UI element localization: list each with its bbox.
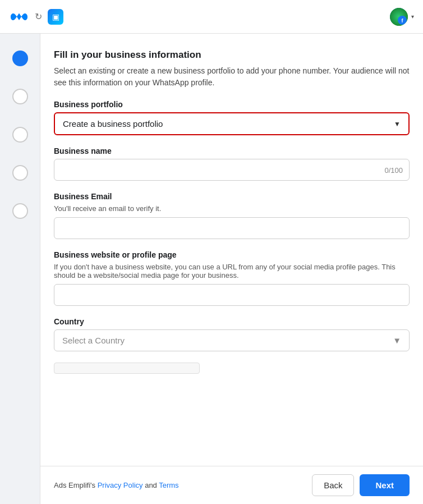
email-sublabel: You'll receive an email to verify it. (54, 204, 410, 213)
step-2[interactable] (12, 89, 28, 104)
email-input[interactable] (54, 217, 410, 239)
account-chevron-icon: ▾ (411, 13, 414, 20)
footer-actions: Back Next (312, 474, 410, 496)
refresh-icon[interactable]: ↻ (35, 11, 42, 22)
business-name-input[interactable] (54, 159, 410, 181)
avatar: f (390, 8, 408, 26)
content-panel: Fill in your business information Select… (40, 34, 423, 504)
form-scroll-area: Fill in your business information Select… (40, 34, 423, 466)
app-switcher-icon[interactable]: ▣ (48, 9, 63, 25)
section-header: Fill in your business information Select… (54, 49, 410, 89)
email-field-group: Business Email You'll receive an email t… (54, 192, 410, 239)
website-field-group: Business website or profile page If you … (54, 250, 410, 306)
step-5[interactable] (12, 203, 28, 219)
portfolio-dropdown[interactable]: Create a business portfolio ▼ (54, 112, 410, 135)
portfolio-dropdown-value: Create a business portfolio (63, 119, 163, 129)
website-label: Business website or profile page (54, 250, 410, 259)
partial-row (54, 363, 200, 374)
page-description: Select an existing or create a new busin… (54, 65, 410, 89)
back-button[interactable]: Back (312, 474, 354, 496)
page-title: Fill in your business information (54, 49, 410, 61)
country-field-group: Country Select a Country ▼ (54, 317, 410, 351)
business-name-field-group: Business name 0/100 (54, 146, 410, 181)
meta-logo (9, 11, 29, 23)
email-label: Business Email (54, 192, 410, 201)
portfolio-label: Business portfolio (54, 100, 410, 109)
country-dropdown[interactable]: Select a Country ▼ (54, 329, 410, 351)
website-input[interactable] (54, 284, 410, 306)
topbar-left: ↻ ▣ (9, 9, 63, 25)
terms-link[interactable]: Terms (159, 481, 178, 489)
step-4[interactable] (12, 165, 28, 181)
step-3[interactable] (12, 127, 28, 143)
account-menu[interactable]: f ▾ (390, 8, 414, 26)
portfolio-dropdown-arrow-icon: ▼ (394, 120, 401, 128)
main-layout: Fill in your business information Select… (0, 34, 423, 504)
business-name-input-wrapper: 0/100 (54, 159, 410, 181)
steps-sidebar (0, 34, 40, 504)
next-button[interactable]: Next (360, 474, 410, 496)
step-1[interactable] (12, 51, 28, 66)
portfolio-field-group: Business portfolio Create a business por… (54, 100, 410, 135)
footer-bar: Ads Emplifi's Privacy Policy and Terms B… (40, 466, 423, 504)
country-dropdown-arrow-icon: ▼ (393, 336, 401, 345)
footer-prefix: Ads Emplifi's (54, 481, 98, 489)
business-name-label: Business name (54, 146, 410, 155)
footer-middle: and (143, 481, 159, 489)
footer-text: Ads Emplifi's Privacy Policy and Terms (54, 481, 179, 489)
privacy-policy-link[interactable]: Privacy Policy (98, 481, 143, 489)
country-dropdown-placeholder: Select a Country (62, 336, 125, 345)
website-description: If you don't have a business website, yo… (54, 263, 410, 280)
country-label: Country (54, 317, 410, 326)
topbar: ↻ ▣ f ▾ (0, 0, 423, 34)
